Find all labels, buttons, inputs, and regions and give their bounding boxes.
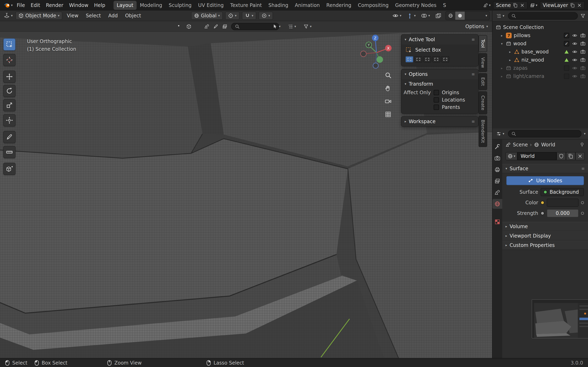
workspace-tab-uv-editing[interactable]: UV Editing <box>195 1 227 10</box>
blenderkit-logo-icon[interactable] <box>176 24 182 30</box>
camera-view-icon[interactable] <box>385 98 392 105</box>
outliner-search-input[interactable] <box>518 13 575 19</box>
pillows-checkbox[interactable]: ✓ <box>564 33 569 38</box>
menu-window[interactable]: Window <box>66 1 91 9</box>
outliner-row-niz-wood[interactable]: ▸ niz_wood <box>493 56 588 64</box>
tab-output[interactable] <box>493 165 502 175</box>
surface-shader-dropdown[interactable]: Background <box>541 188 584 196</box>
outliner-search-field[interactable] <box>508 12 578 20</box>
outliner-row-light-camera[interactable]: ▸ light/camera <box>493 72 588 80</box>
display-list-dropdown[interactable]: ▾ <box>287 22 297 31</box>
tool-add-cube[interactable] <box>3 163 16 175</box>
workspace-tab-sculpting[interactable]: Sculpting <box>165 1 195 10</box>
gizmo-z-neg-axis[interactable] <box>373 63 378 68</box>
new-viewlayer-icon[interactable] <box>570 3 575 8</box>
breadcrumb-world[interactable]: World <box>541 142 555 148</box>
menu-help[interactable]: Help <box>91 1 108 9</box>
properties-editor-type-button[interactable]: ▾ <box>495 130 506 138</box>
render-visibility-icon[interactable] <box>580 74 586 79</box>
shading-material-button[interactable] <box>465 12 474 20</box>
expand-arrow-icon[interactable]: ▸ <box>500 75 504 78</box>
outliner-row-pillows[interactable]: ▸ 7 pillows ✓ <box>493 31 588 40</box>
outliner-editor-type-button[interactable]: ▾ <box>495 12 506 20</box>
overlays-toggle[interactable]: ▾ <box>420 12 431 20</box>
workspace-tab-scripting[interactable]: S <box>440 1 449 10</box>
panel-menu-icon[interactable]: ≡ <box>471 37 475 42</box>
tool-move[interactable] <box>3 71 16 83</box>
sidebar-tab-create[interactable]: Create <box>479 91 487 114</box>
asset-search-input[interactable] <box>242 24 276 29</box>
volume-panel-header[interactable]: ▸ Volume <box>502 222 588 231</box>
breadcrumb-scene[interactable]: Scene <box>513 142 528 148</box>
browse-viewlayer-button[interactable]: ▾ <box>529 3 538 8</box>
active-tool-panel-header[interactable]: ▾ Active Tool ≡ <box>401 35 478 44</box>
asset-type-scene-icon[interactable] <box>204 24 209 29</box>
tab-tool[interactable] <box>493 142 502 152</box>
workspace-tab-layout[interactable]: Layout <box>113 1 137 10</box>
viewport-canvas[interactable]: User Orthographic (1) Scene Collection <box>0 32 492 358</box>
shading-wireframe-button[interactable] <box>446 12 455 20</box>
sidebar-tab-tool[interactable]: Tool <box>479 35 487 52</box>
asset-type-hdr-icon[interactable] <box>222 24 227 29</box>
select-mode-subtract[interactable] <box>424 56 431 62</box>
gizmos-toggle[interactable]: ▾ <box>406 12 417 20</box>
use-nodes-button[interactable]: Use Nodes <box>506 176 584 185</box>
workspace-tab-animation[interactable]: Animation <box>292 1 323 10</box>
tab-view-layer[interactable] <box>493 176 502 186</box>
mode-selector[interactable]: Object Mode ▾ <box>16 12 62 20</box>
new-scene-icon[interactable] <box>513 3 518 8</box>
render-visibility-icon[interactable] <box>580 57 586 63</box>
proportional-editing-toggle[interactable]: ▾ <box>259 12 273 20</box>
locations-checkbox[interactable] <box>434 97 439 103</box>
tool-scale[interactable] <box>3 99 16 111</box>
asset-type-model-icon[interactable] <box>186 24 191 29</box>
render-visibility-icon[interactable] <box>580 41 586 46</box>
hide-eye-icon[interactable] <box>572 74 577 79</box>
surface-panel-header[interactable]: ▾ Surface ≡ <box>502 164 588 173</box>
tool-transform[interactable] <box>3 114 16 126</box>
parents-checkbox[interactable] <box>434 105 439 110</box>
shading-options-dropdown[interactable]: ▾ <box>484 12 489 20</box>
expand-arrow-icon[interactable]: ▸ <box>508 50 512 54</box>
shading-solid-button[interactable] <box>455 12 465 20</box>
panel-menu-icon[interactable]: ≡ <box>471 119 475 124</box>
collapse-arrow-icon[interactable]: ▾ <box>500 42 504 46</box>
browse-world-button[interactable]: ▾ <box>506 152 517 160</box>
gizmo-x-neg-axis[interactable] <box>361 51 366 57</box>
workspace-tab-rendering[interactable]: Rendering <box>323 1 355 10</box>
properties-search-input[interactable] <box>518 131 578 137</box>
workspace-tab-modeling[interactable]: Modeling <box>137 1 165 10</box>
render-visibility-icon[interactable] <box>580 33 586 38</box>
tool-annotate[interactable] <box>3 131 16 143</box>
render-visibility-icon[interactable] <box>580 66 586 71</box>
custom-properties-panel-header[interactable]: ▸ Custom Properties <box>502 241 588 250</box>
transform-subpanel-header[interactable]: ▾ Transform <box>401 79 478 89</box>
options-panel-header[interactable]: ▾ Options ≡ <box>401 69 478 79</box>
outliner-row-base-wood[interactable]: ▸ base_wood <box>493 48 588 56</box>
animate-dot-icon[interactable] <box>581 212 584 215</box>
panel-menu-icon[interactable]: ≡ <box>581 166 585 171</box>
menu-object[interactable]: Object <box>122 12 144 20</box>
outliner-row-zapas[interactable]: ▸ zapas <box>493 64 588 72</box>
light-camera-checkbox[interactable] <box>564 74 569 79</box>
world-name-field[interactable]: World <box>517 152 557 160</box>
wood-checkbox[interactable]: ✓ <box>564 41 569 46</box>
render-visibility-icon[interactable] <box>580 49 586 54</box>
sidebar-tab-edit[interactable]: Edit <box>479 73 487 90</box>
menu-view[interactable]: View <box>64 12 81 20</box>
new-world-button[interactable] <box>566 152 575 160</box>
object-visibility-dropdown[interactable]: ▾ <box>391 12 403 20</box>
fake-user-shield-button[interactable] <box>557 152 566 160</box>
workspace-tab-compositing[interactable]: Compositing <box>355 1 392 10</box>
tool-mode-dropdown[interactable]: ▾ <box>271 22 282 31</box>
asset-type-brush-icon[interactable] <box>213 24 218 29</box>
select-mode-new[interactable] <box>406 56 413 62</box>
navigation-gizmo[interactable]: Z Y X <box>358 33 395 71</box>
outliner-filter-icon[interactable] <box>580 13 586 18</box>
menu-render[interactable]: Render <box>43 1 66 9</box>
tab-world[interactable] <box>493 199 502 209</box>
asset-type-material-icon[interactable] <box>195 24 200 29</box>
zoom-icon[interactable] <box>385 72 392 79</box>
hide-eye-icon[interactable] <box>572 33 577 38</box>
menu-select[interactable]: Select <box>83 12 104 20</box>
